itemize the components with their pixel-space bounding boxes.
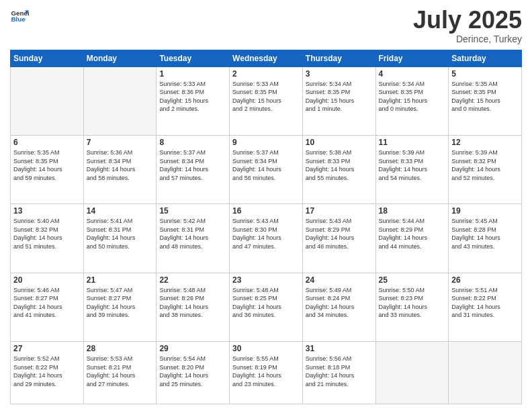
page: General Blue July 2025 Derince, Turkey S… [0,0,532,411]
calendar-cell [83,66,157,135]
calendar-header-row: Sunday Monday Tuesday Wednesday Thursday… [11,50,522,66]
calendar-cell: 14Sunrise: 5:41 AM Sunset: 8:31 PM Dayli… [83,204,157,273]
calendar-cell: 30Sunrise: 5:55 AM Sunset: 8:19 PM Dayli… [230,341,303,404]
calendar-cell: 13Sunrise: 5:40 AM Sunset: 8:32 PM Dayli… [11,204,84,273]
day-info: Sunrise: 5:52 AM Sunset: 8:22 PM Dayligh… [13,355,81,388]
calendar-cell: 26Sunrise: 5:51 AM Sunset: 8:22 PM Dayli… [449,273,522,341]
day-number: 27 [13,344,81,353]
header-monday: Monday [83,50,157,66]
day-number: 1 [159,69,226,79]
day-number: 5 [451,69,519,79]
calendar-cell: 2Sunrise: 5:33 AM Sunset: 8:35 PM Daylig… [230,66,303,135]
day-number: 20 [13,275,81,285]
day-number: 4 [379,69,446,79]
calendar-cell: 1Sunrise: 5:33 AM Sunset: 8:36 PM Daylig… [157,66,230,135]
day-number: 29 [159,344,226,353]
day-number: 14 [87,206,154,216]
logo-icon: General Blue [10,7,29,26]
day-number: 31 [306,344,373,353]
calendar-cell: 22Sunrise: 5:48 AM Sunset: 8:26 PM Dayli… [157,273,230,341]
day-info: Sunrise: 5:53 AM Sunset: 8:21 PM Dayligh… [87,355,154,388]
day-number: 11 [379,138,446,147]
day-info: Sunrise: 5:50 AM Sunset: 8:23 PM Dayligh… [379,286,446,320]
day-info: Sunrise: 5:46 AM Sunset: 8:27 PM Dayligh… [13,286,81,320]
calendar-cell: 17Sunrise: 5:43 AM Sunset: 8:29 PM Dayli… [302,204,375,273]
day-number: 3 [306,69,373,79]
day-info: Sunrise: 5:51 AM Sunset: 8:22 PM Dayligh… [451,286,519,320]
day-info: Sunrise: 5:48 AM Sunset: 8:25 PM Dayligh… [232,286,300,320]
calendar-cell: 11Sunrise: 5:39 AM Sunset: 8:33 PM Dayli… [375,135,449,203]
day-number: 23 [232,275,300,285]
calendar-cell [11,66,84,135]
day-info: Sunrise: 5:40 AM Sunset: 8:32 PM Dayligh… [13,217,81,250]
day-number: 18 [379,206,446,216]
calendar-cell: 31Sunrise: 5:56 AM Sunset: 8:18 PM Dayli… [302,341,375,404]
header-tuesday: Tuesday [157,50,230,66]
calendar-cell: 20Sunrise: 5:46 AM Sunset: 8:27 PM Dayli… [11,273,84,341]
header-wednesday: Wednesday [230,50,303,66]
calendar-cell: 23Sunrise: 5:48 AM Sunset: 8:25 PM Dayli… [230,273,303,341]
day-number: 21 [87,275,154,285]
day-number: 16 [232,206,300,216]
calendar-cell: 19Sunrise: 5:45 AM Sunset: 8:28 PM Dayli… [449,204,522,273]
day-info: Sunrise: 5:48 AM Sunset: 8:26 PM Dayligh… [159,286,226,320]
calendar-cell: 5Sunrise: 5:35 AM Sunset: 8:35 PM Daylig… [449,66,522,135]
day-info: Sunrise: 5:35 AM Sunset: 8:35 PM Dayligh… [451,80,519,113]
day-info: Sunrise: 5:49 AM Sunset: 8:24 PM Dayligh… [306,286,373,320]
calendar-cell: 29Sunrise: 5:54 AM Sunset: 8:20 PM Dayli… [157,341,230,404]
day-number: 13 [13,206,81,216]
header: General Blue July 2025 Derince, Turkey [10,7,522,44]
calendar-cell: 24Sunrise: 5:49 AM Sunset: 8:24 PM Dayli… [302,273,375,341]
day-number: 12 [451,138,519,147]
day-info: Sunrise: 5:34 AM Sunset: 8:35 PM Dayligh… [379,80,446,113]
day-info: Sunrise: 5:43 AM Sunset: 8:29 PM Dayligh… [306,217,373,250]
day-info: Sunrise: 5:42 AM Sunset: 8:31 PM Dayligh… [159,217,226,250]
day-info: Sunrise: 5:37 AM Sunset: 8:34 PM Dayligh… [159,148,226,182]
month-title: July 2025 [413,7,522,34]
day-number: 10 [306,138,373,147]
day-number: 24 [306,275,373,285]
day-info: Sunrise: 5:34 AM Sunset: 8:35 PM Dayligh… [306,80,373,113]
day-number: 8 [159,138,226,147]
calendar-cell: 4Sunrise: 5:34 AM Sunset: 8:35 PM Daylig… [375,66,449,135]
day-info: Sunrise: 5:33 AM Sunset: 8:35 PM Dayligh… [232,80,300,113]
calendar-cell: 28Sunrise: 5:53 AM Sunset: 8:21 PM Dayli… [83,341,157,404]
day-info: Sunrise: 5:44 AM Sunset: 8:29 PM Dayligh… [379,217,446,250]
calendar-cell: 7Sunrise: 5:36 AM Sunset: 8:34 PM Daylig… [83,135,157,203]
day-number: 6 [13,138,81,147]
day-info: Sunrise: 5:38 AM Sunset: 8:33 PM Dayligh… [306,148,373,182]
calendar-cell: 16Sunrise: 5:43 AM Sunset: 8:30 PM Dayli… [230,204,303,273]
calendar-cell: 27Sunrise: 5:52 AM Sunset: 8:22 PM Dayli… [11,341,84,404]
day-info: Sunrise: 5:39 AM Sunset: 8:32 PM Dayligh… [451,148,519,182]
subtitle: Derince, Turkey [413,34,522,44]
header-saturday: Saturday [449,50,522,66]
calendar-table: Sunday Monday Tuesday Wednesday Thursday… [10,50,522,404]
calendar-cell [375,341,449,404]
day-info: Sunrise: 5:55 AM Sunset: 8:19 PM Dayligh… [232,355,300,388]
header-friday: Friday [375,50,449,66]
day-number: 30 [232,344,300,353]
day-number: 25 [379,275,446,285]
day-info: Sunrise: 5:56 AM Sunset: 8:18 PM Dayligh… [306,355,373,388]
day-info: Sunrise: 5:47 AM Sunset: 8:27 PM Dayligh… [87,286,154,320]
day-info: Sunrise: 5:54 AM Sunset: 8:20 PM Dayligh… [159,355,226,388]
header-sunday: Sunday [11,50,84,66]
day-info: Sunrise: 5:39 AM Sunset: 8:33 PM Dayligh… [379,148,446,182]
day-info: Sunrise: 5:43 AM Sunset: 8:30 PM Dayligh… [232,217,300,250]
calendar-cell: 10Sunrise: 5:38 AM Sunset: 8:33 PM Dayli… [302,135,375,203]
day-info: Sunrise: 5:37 AM Sunset: 8:34 PM Dayligh… [232,148,300,182]
logo: General Blue [10,7,29,26]
day-number: 26 [451,275,519,285]
svg-text:Blue: Blue [11,15,26,23]
day-number: 19 [451,206,519,216]
day-number: 17 [306,206,373,216]
day-number: 9 [232,138,300,147]
day-number: 28 [87,344,154,353]
calendar-cell: 18Sunrise: 5:44 AM Sunset: 8:29 PM Dayli… [375,204,449,273]
calendar-cell: 3Sunrise: 5:34 AM Sunset: 8:35 PM Daylig… [302,66,375,135]
title-block: July 2025 Derince, Turkey [413,7,522,44]
calendar-cell: 21Sunrise: 5:47 AM Sunset: 8:27 PM Dayli… [83,273,157,341]
calendar-cell [449,341,522,404]
header-thursday: Thursday [302,50,375,66]
calendar-cell: 15Sunrise: 5:42 AM Sunset: 8:31 PM Dayli… [157,204,230,273]
